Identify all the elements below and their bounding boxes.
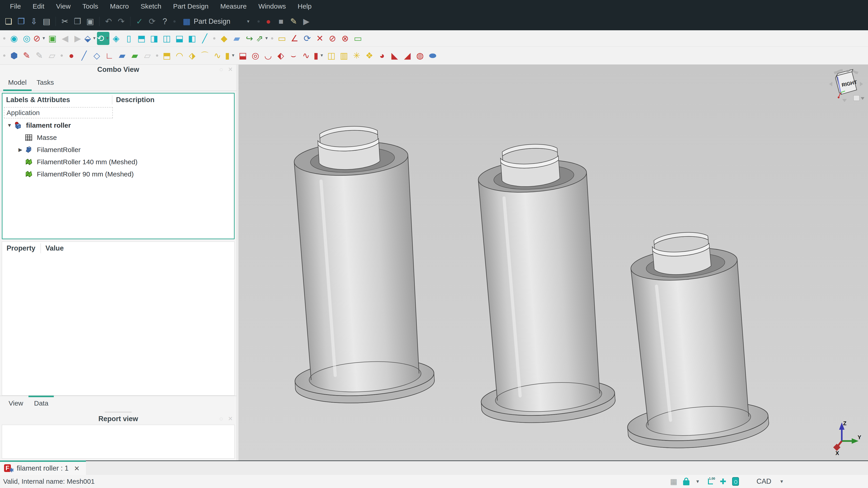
measure-toggle-all-button[interactable]: ⊘: [327, 32, 339, 45]
create-group-button[interactable]: ▰: [230, 32, 243, 45]
measure-refresh-button[interactable]: ⟳: [301, 32, 313, 45]
datum-line-button[interactable]: ╱: [78, 49, 90, 62]
fillet-button[interactable]: ◕: [376, 49, 388, 62]
chevron-down-icon[interactable]: ▼: [695, 479, 700, 484]
multi-transform-button[interactable]: ❖: [363, 49, 375, 62]
menu-edit[interactable]: Edit: [27, 0, 50, 13]
create-body-button[interactable]: ⬢: [8, 49, 20, 62]
chevron-down-icon[interactable]: ▼: [92, 36, 96, 41]
navigate-forward-button[interactable]: ▶: [72, 32, 84, 45]
tab-view[interactable]: View: [3, 396, 29, 409]
additive-pipe-button[interactable]: ⌒: [199, 49, 211, 62]
chevron-down-icon[interactable]: ▼: [779, 479, 784, 484]
new-document-button[interactable]: ❏: [2, 15, 15, 28]
view-left-button[interactable]: ◧: [186, 32, 198, 45]
tab-tasks[interactable]: Tasks: [32, 76, 59, 91]
datum-point-button[interactable]: ●: [65, 49, 78, 62]
polar-pattern-button[interactable]: ✳: [350, 49, 363, 62]
hole-button[interactable]: ◎: [249, 49, 261, 62]
linear-pattern-button[interactable]: ▥: [338, 49, 350, 62]
menu-sketch[interactable]: Sketch: [135, 0, 167, 13]
open-document-button[interactable]: ❐: [15, 15, 27, 28]
close-panel-icon[interactable]: ✕: [228, 415, 233, 422]
macro-edit-button[interactable]: ✎: [287, 15, 300, 28]
subtractive-loft-button[interactable]: ⬖: [275, 49, 287, 62]
macro-record-button[interactable]: ●: [262, 15, 274, 28]
mirrored-button[interactable]: ◫: [325, 49, 338, 62]
tab-model[interactable]: Model: [3, 76, 32, 91]
tab-data[interactable]: Data: [29, 396, 54, 409]
navigate-back-button[interactable]: ◀: [59, 32, 71, 45]
additive-loft-button[interactable]: ⬗: [186, 49, 198, 62]
save-document-button[interactable]: ⇩: [28, 15, 40, 28]
tree-item-filament-roller[interactable]: ▼filament roller: [2, 119, 234, 131]
expander-collapsed-icon[interactable]: ▶: [17, 147, 24, 153]
make-sub-link-button[interactable]: ⇗▼: [256, 32, 269, 45]
navigation-cube[interactable]: RIGHT: [827, 66, 865, 105]
panel-splitter[interactable]: [0, 410, 237, 414]
3d-viewport[interactable]: RIGHT Z Y X: [239, 65, 868, 460]
chevron-down-icon[interactable]: ▼: [265, 36, 269, 41]
close-tab-icon[interactable]: ✕: [74, 464, 80, 473]
nav-cube-menu[interactable]: [854, 95, 864, 101]
chevron-down-icon[interactable]: ▼: [42, 36, 46, 41]
fit-selection-button[interactable]: ◎: [21, 32, 33, 45]
create-part-button[interactable]: ◆: [218, 32, 230, 45]
dimension-snap-icon[interactable]: 1.00: [706, 477, 714, 486]
create-sketch-button[interactable]: ✎: [21, 49, 33, 62]
float-panel-icon[interactable]: ◌: [219, 415, 223, 422]
view-right-button[interactable]: ◨: [148, 32, 160, 45]
measure-clear-all-button[interactable]: ✕: [314, 32, 326, 45]
menu-part-design[interactable]: Part Design: [167, 0, 215, 13]
print-button[interactable]: ▤: [40, 15, 53, 28]
measure-distance-button[interactable]: ╱: [198, 32, 211, 45]
map-sketch-to-face-button[interactable]: ▱: [46, 49, 58, 62]
chevron-down-icon[interactable]: ▼: [320, 53, 324, 58]
undo-button[interactable]: ↶: [102, 15, 115, 28]
datum-plane-button[interactable]: ◇: [91, 49, 103, 62]
validate-button[interactable]: ✓: [133, 15, 146, 28]
measure-button[interactable]: ▭: [276, 32, 288, 45]
tree-item-filamentroller-90-mm-meshed-[interactable]: FilamentRoller 90 mm (Meshed): [2, 168, 234, 180]
macro-play-button[interactable]: ▶: [300, 15, 312, 28]
menu-windows[interactable]: Windows: [252, 0, 292, 13]
shape-binder-button[interactable]: ▱: [141, 49, 153, 62]
tree-item-masse[interactable]: Masse: [2, 131, 234, 144]
subtractive-pipe-button[interactable]: ⌣: [287, 49, 300, 62]
datum-face-blue-button[interactable]: ▰: [116, 49, 128, 62]
datum-face-green-button[interactable]: ▰: [129, 49, 141, 62]
tree-item-application[interactable]: Application: [4, 107, 113, 119]
menu-view[interactable]: View: [50, 0, 76, 13]
edit-sketch-button[interactable]: ✎: [33, 49, 45, 62]
measure-toggle-delta-button[interactable]: ▭: [352, 32, 364, 45]
revolution-button[interactable]: ◠: [174, 49, 186, 62]
fit-all-button[interactable]: ◉: [8, 32, 20, 45]
local-coordinate-system-button[interactable]: ∟: [103, 49, 116, 62]
menu-help[interactable]: Help: [292, 0, 318, 13]
tree-item-filamentroller-140-mm-meshed-[interactable]: FilamentRoller 140 mm (Meshed): [2, 156, 234, 168]
view-home-button[interactable]: ⬙▼: [84, 32, 96, 45]
whats-this-button[interactable]: ?: [159, 15, 171, 28]
chamfer-button[interactable]: ◣: [389, 49, 401, 62]
pad-button[interactable]: ⬒: [161, 49, 173, 62]
refresh-button[interactable]: ⟳: [146, 15, 158, 28]
groove-button[interactable]: ◡: [262, 49, 274, 62]
thickness-button[interactable]: ◍: [414, 49, 426, 62]
view-axonometric-button[interactable]: ◈: [110, 32, 122, 45]
copy-button[interactable]: ❐: [71, 15, 84, 28]
grid-snap-icon[interactable]: ▦: [670, 477, 677, 486]
view-rear-button[interactable]: ◫: [160, 32, 173, 45]
view-front-button[interactable]: ▯: [123, 32, 135, 45]
lock-icon[interactable]: [683, 478, 689, 485]
sync-view-button[interactable]: ⟲▼: [97, 32, 110, 45]
document-tab[interactable]: F✱ filament roller : 1 ✕: [0, 460, 86, 475]
measure-angular-button[interactable]: ∠: [288, 32, 301, 45]
macro-stop-button[interactable]: ■: [275, 15, 287, 28]
make-link-button[interactable]: ↪: [243, 32, 255, 45]
menu-macro[interactable]: Macro: [104, 0, 135, 13]
boolean-operation-button[interactable]: ⬬: [427, 49, 439, 62]
cut-button[interactable]: ✂: [59, 15, 71, 28]
workbench-selector[interactable]: ▦Part Design▼: [179, 15, 254, 28]
tree-item-filamentroller[interactable]: ▶FilamentRoller: [2, 144, 234, 156]
menu-file[interactable]: File: [4, 0, 27, 13]
